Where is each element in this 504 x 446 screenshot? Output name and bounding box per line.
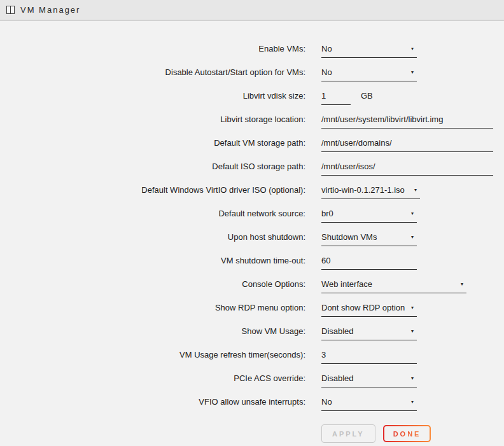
page-title: VM Manager (20, 5, 80, 15)
select-value: No (321, 397, 332, 407)
select-value: Web interface (321, 279, 372, 289)
form-row: Show RDP menu option:Dont show RDP optio… (0, 303, 504, 317)
field-control (321, 256, 417, 270)
form-row: VM shutdown time-out: (0, 256, 504, 270)
field-label: Enable VMs: (0, 44, 305, 53)
dropdown-arrow-icon: ▾ (461, 279, 466, 289)
field-control (321, 138, 493, 152)
show-rdp-menu-option-select[interactable]: Dont show RDP option▾ (321, 303, 417, 317)
field-label: Disable Autostart/Start option for VMs: (0, 67, 305, 77)
console-options-select[interactable]: Web interface▾ (321, 279, 466, 293)
field-control: No▾ (321, 397, 417, 411)
field-label: Default VM storage path: (0, 138, 305, 148)
done-button[interactable]: DONE (383, 425, 431, 442)
field-label: Upon host shutdown: (0, 232, 305, 242)
form-row: VFIO allow unsafe interrupts:No▾ (0, 397, 504, 411)
dropdown-arrow-icon: ▾ (411, 44, 417, 53)
field-control (321, 162, 493, 176)
field-label: Libvirt storage location: (0, 115, 305, 124)
select-value: No (321, 67, 332, 77)
select-value: virtio-win-0.1.271-1.iso (321, 185, 405, 195)
form-row: Libvirt storage location: (0, 115, 504, 129)
field-control (321, 115, 493, 129)
vfio-allow-unsafe-interrupts-select[interactable]: No▾ (321, 397, 417, 411)
form-row: Enable VMs:No▾ (0, 44, 504, 58)
form-row: Show VM Usage:Disabled▾ (0, 326, 504, 340)
select-value: br0 (321, 209, 333, 218)
dropdown-arrow-icon: ▾ (411, 303, 417, 312)
field-control: Web interface▾ (321, 279, 466, 293)
field-label: Libvirt vdisk size: (0, 91, 305, 101)
libvirt-storage-location-input[interactable] (321, 115, 493, 129)
dropdown-arrow-icon: ▾ (411, 373, 417, 383)
dropdown-arrow-icon: ▾ (411, 326, 417, 336)
unit-suffix: GB (361, 91, 373, 101)
field-control: No▾ (321, 67, 417, 81)
field-label: Console Options: (0, 279, 305, 289)
field-label: Default ISO storage path: (0, 162, 305, 171)
field-label: VM shutdown time-out: (0, 256, 305, 265)
field-label: VM Usage refresh timer(seconds): (0, 350, 305, 359)
dropdown-arrow-icon: ▾ (414, 185, 420, 195)
form-buttons: APPLY DONE (321, 424, 504, 443)
select-value: Disabled (321, 326, 354, 336)
vm-manager-page: VM Manager Enable VMs:No▾Disable Autosta… (0, 0, 504, 446)
vm-shutdown-timeout-input[interactable] (321, 256, 417, 270)
form-row: Default network source:br0▾ (0, 209, 504, 223)
form-row: Console Options:Web interface▾ (0, 279, 504, 293)
field-control: Disabled▾ (321, 326, 417, 340)
select-value: Shutdown VMs (321, 232, 377, 242)
enable-vms-select[interactable]: No▾ (321, 44, 417, 58)
apply-button[interactable]: APPLY (321, 424, 375, 443)
form-row: Default Windows VirtIO driver ISO (optio… (0, 185, 504, 199)
columns-icon (6, 6, 15, 14)
field-label: Show VM Usage: (0, 326, 305, 336)
field-control: GB (321, 91, 373, 105)
vm-usage-refresh-timer-input[interactable] (321, 350, 417, 364)
form-row: VM Usage refresh timer(seconds): (0, 350, 504, 364)
default-iso-storage-path-input[interactable] (321, 162, 493, 176)
show-vm-usage-select[interactable]: Disabled▾ (321, 326, 417, 340)
dropdown-arrow-icon: ▾ (411, 209, 417, 218)
field-label: Default Windows VirtIO driver ISO (optio… (0, 185, 305, 195)
select-value: No (321, 44, 332, 53)
disable-autostart-select[interactable]: No▾ (321, 67, 417, 81)
field-label: PCIe ACS override: (0, 373, 305, 383)
form-row: Default VM storage path: (0, 138, 504, 152)
dropdown-arrow-icon: ▾ (411, 397, 417, 407)
form-row: Libvirt vdisk size:GB (0, 91, 504, 105)
field-control: virtio-win-0.1.271-1.iso▾ (321, 185, 420, 199)
field-label: Default network source: (0, 209, 305, 218)
form-row: Upon host shutdown:Shutdown VMs▾ (0, 232, 504, 246)
form-row: PCIe ACS override:Disabled▾ (0, 373, 504, 387)
default-vm-storage-path-input[interactable] (321, 138, 493, 152)
field-control: Shutdown VMs▾ (321, 232, 417, 246)
select-value: Dont show RDP option (321, 303, 405, 312)
field-control: No▾ (321, 44, 417, 58)
titlebar: VM Manager (0, 0, 504, 21)
field-label: VFIO allow unsafe interrupts: (0, 397, 305, 407)
field-control (321, 350, 417, 364)
pcie-acs-override-select[interactable]: Disabled▾ (321, 373, 417, 387)
field-control: Dont show RDP option▾ (321, 303, 417, 317)
vm-settings-form: Enable VMs:No▾Disable Autostart/Start op… (0, 21, 504, 443)
upon-host-shutdown-select[interactable]: Shutdown VMs▾ (321, 232, 417, 246)
libvirt-vdisk-size-input[interactable] (321, 91, 351, 105)
field-control: Disabled▾ (321, 373, 417, 387)
dropdown-arrow-icon: ▾ (411, 232, 417, 242)
form-row: Default ISO storage path: (0, 162, 504, 176)
dropdown-arrow-icon: ▾ (411, 67, 417, 77)
select-value: Disabled (321, 373, 354, 383)
field-control: br0▾ (321, 209, 417, 223)
done-button-label: DONE (384, 426, 430, 441)
form-rows: Enable VMs:No▾Disable Autostart/Start op… (0, 44, 504, 411)
form-row: Disable Autostart/Start option for VMs:N… (0, 67, 504, 81)
default-network-source-select[interactable]: br0▾ (321, 209, 417, 223)
field-label: Show RDP menu option: (0, 303, 305, 312)
default-virtio-driver-iso-select[interactable]: virtio-win-0.1.271-1.iso▾ (321, 185, 420, 199)
